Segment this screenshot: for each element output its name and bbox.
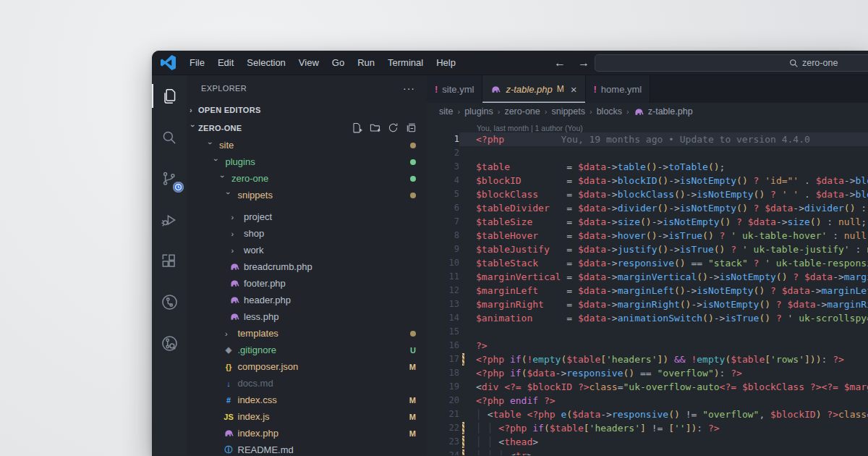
command-center-search[interactable]: zero-one (595, 54, 868, 72)
line-number[interactable]: 10 (427, 256, 459, 270)
menu-go[interactable]: Go (326, 51, 351, 75)
tab-close-icon[interactable]: × (571, 83, 577, 96)
code-line-10[interactable]: 10$tableStack = $data->responsive() == "… (427, 256, 868, 270)
tree-item-breadcrumb-php[interactable]: breadcrumb.php (187, 258, 427, 275)
menu-selection[interactable]: Selection (240, 51, 292, 75)
line-number[interactable]: 21 (427, 408, 459, 421)
breadcrumb-segment[interactable]: zero-one (504, 106, 540, 117)
tree-item-composer-json[interactable]: {}composer.jsonM (187, 358, 427, 375)
code-line-24[interactable]: 24│ │ │ <tr> (427, 449, 868, 455)
line-number[interactable]: 6 (427, 201, 459, 215)
tab-site-yml[interactable]: !site.yml (427, 75, 482, 103)
tree-item-readme-md[interactable]: ⓘREADME.md (187, 442, 427, 455)
tree-item-header-php[interactable]: header.php (187, 292, 427, 308)
code-line-17[interactable]: 17<?php if(!empty($table['headers']) && … (427, 352, 868, 366)
code-line-3[interactable]: 3$table = $data->table()->toTable(); (427, 160, 868, 174)
tree-item-site[interactable]: ›site (187, 137, 427, 153)
line-number[interactable]: 14 (427, 311, 459, 325)
explorer-more-actions-icon[interactable]: ··· (403, 83, 415, 94)
code-line-2[interactable]: 2 (427, 146, 868, 160)
extensions-icon[interactable] (152, 240, 187, 282)
refresh-icon[interactable] (388, 122, 399, 133)
menu-terminal[interactable]: Terminal (381, 51, 430, 75)
project-root-section[interactable]: › ZERO-ONE (187, 119, 427, 137)
menu-view[interactable]: View (292, 51, 326, 75)
line-number[interactable]: 16 (427, 339, 459, 352)
code-line-12[interactable]: 12$marginLeft = $data->marginLeft()->isN… (427, 284, 868, 297)
tab-home-yml[interactable]: !home.yml (586, 75, 651, 103)
run-and-debug-icon[interactable] (152, 199, 187, 240)
line-number[interactable]: 4 (427, 174, 459, 187)
tree-item-work[interactable]: ›work (187, 242, 427, 258)
line-number[interactable]: 12 (427, 284, 459, 297)
tree-item-gitignore[interactable]: ◈.gitignoreU (187, 342, 427, 358)
menu-run[interactable]: Run (351, 51, 381, 75)
code-line-23[interactable]: 23│ │ <thead> (427, 435, 868, 449)
code-line-19[interactable]: 19<div <?= $blockID ?>class="uk-overflow… (427, 380, 868, 394)
line-number[interactable]: 5 (427, 187, 459, 201)
explorer-icon[interactable] (152, 75, 187, 117)
new-file-icon[interactable] (352, 122, 362, 133)
tree-item-less-php[interactable]: less.php (187, 308, 427, 325)
breadcrumb-segment[interactable]: snippets (551, 106, 585, 117)
menu-file[interactable]: File (183, 51, 211, 75)
code-line-9[interactable]: 9$tableJustify = $data->justify()->isTru… (427, 242, 868, 256)
code-line-16[interactable]: 16?> (427, 339, 868, 352)
code-line-4[interactable]: 4$blockID = $data->blockID()->isNotEmpty… (427, 174, 868, 187)
tree-item-zero-one[interactable]: ›zero-one (187, 170, 427, 187)
tree-item-templates[interactable]: ›templates (187, 325, 427, 342)
tree-item-index-js[interactable]: JSindex.jsM (187, 408, 427, 425)
search-view-icon[interactable] (152, 117, 187, 158)
line-number[interactable]: 23 (427, 435, 459, 449)
breadcrumb-segment[interactable]: plugins (464, 106, 493, 117)
navigate-back-icon[interactable]: ← (554, 51, 566, 75)
breadcrumb-file[interactable]: z-table.php (634, 106, 693, 117)
code-line-11[interactable]: 11$marginVertical = $data->marginVertica… (427, 270, 868, 284)
code-line-20[interactable]: 20<?php endif ?> (427, 394, 868, 408)
history-view-icon[interactable] (152, 282, 187, 323)
new-folder-icon[interactable] (370, 122, 380, 133)
tree-item-shop[interactable]: ›shop (187, 225, 427, 242)
code-line-21[interactable]: 21│ <table <?php e($data->responsive() !… (427, 408, 868, 421)
tree-item-index-php[interactable]: index.phpM (187, 425, 427, 442)
code-line-1[interactable]: 1<?php You, 19 months ago • Update to ve… (427, 132, 868, 146)
open-editors-section[interactable]: › OPEN EDITORS (187, 101, 427, 119)
line-number[interactable]: 19 (427, 380, 459, 394)
tree-item-plugins[interactable]: ›plugins (187, 153, 427, 170)
menu-help[interactable]: Help (430, 51, 462, 75)
line-number[interactable]: 13 (427, 297, 459, 311)
source-control-icon[interactable] (152, 158, 187, 199)
code-line-5[interactable]: 5$blockClass = $data->blockClass()->isNo… (427, 187, 868, 201)
tree-item-docs-md[interactable]: ↓docs.md (187, 375, 427, 392)
line-number[interactable]: 9 (427, 242, 459, 256)
line-number[interactable]: 3 (427, 160, 459, 174)
tree-item-project[interactable]: ›project (187, 208, 427, 225)
menu-edit[interactable]: Edit (211, 51, 240, 75)
breadcrumb[interactable]: site›plugins›zero-one›snippets›blocks›z-… (427, 103, 868, 120)
line-number[interactable]: 15 (427, 325, 459, 339)
line-number[interactable]: 20 (427, 394, 459, 408)
code-line-18[interactable]: 18<?php if($data->responsive() == "overf… (427, 366, 868, 380)
tree-item-footer-php[interactable]: footer.php (187, 275, 427, 292)
breadcrumb-segment[interactable]: blocks (597, 106, 622, 117)
line-number[interactable]: 1 (427, 132, 459, 146)
line-number[interactable]: 18 (427, 366, 459, 380)
line-number[interactable]: 7 (427, 215, 459, 229)
line-number[interactable]: 2 (427, 146, 459, 160)
collapse-all-icon[interactable] (406, 122, 417, 133)
code-line-13[interactable]: 13$marginRight = $data->marginRight()->i… (427, 297, 868, 311)
code-line-7[interactable]: 7$tableSize = $data->size()->isNotEmpty(… (427, 215, 868, 229)
code-line-6[interactable]: 6$tableDivider = $data->divider()->isNot… (427, 201, 868, 215)
line-number[interactable]: 24 (427, 449, 459, 455)
navigate-forward-icon[interactable]: → (578, 51, 590, 75)
tree-item-snippets[interactable]: ›snippets (187, 187, 427, 203)
breadcrumb-segment[interactable]: site (439, 106, 453, 117)
line-number[interactable]: 11 (427, 270, 459, 284)
code-line-8[interactable]: 8$tableHover = $data->hover()->isTrue() … (427, 229, 868, 242)
code-line-14[interactable]: 14$animation = $data->animationSwitch()-… (427, 311, 868, 325)
blame-lens[interactable]: You, last month | 1 author (You) (427, 120, 868, 132)
line-number[interactable]: 22 (427, 421, 459, 435)
git-graph-view-icon[interactable] (152, 323, 187, 364)
code-line-15[interactable]: 15 (427, 325, 868, 339)
tree-item-index-css[interactable]: #index.cssM (187, 392, 427, 408)
